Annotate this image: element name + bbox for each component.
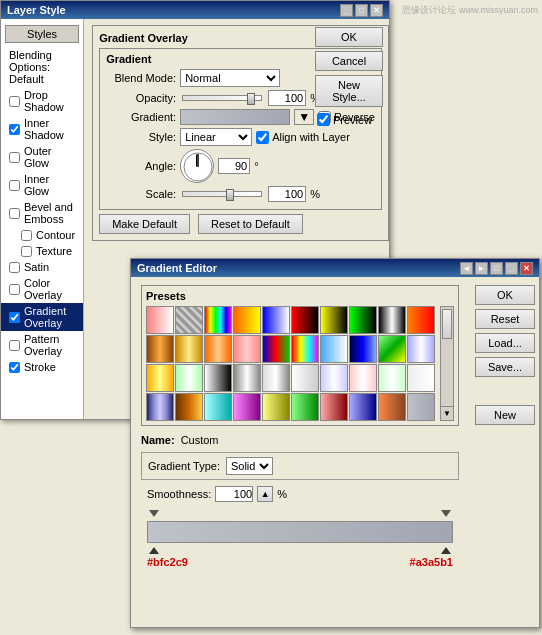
preset-item-34[interactable] (233, 393, 261, 421)
opacity-input[interactable] (268, 90, 306, 106)
preset-item-26[interactable] (291, 364, 319, 392)
scale-input[interactable] (268, 186, 306, 202)
presets-scroll-thumb[interactable] (442, 309, 452, 339)
preset-item-37[interactable] (320, 393, 348, 421)
sidebar-item-drop-shadow[interactable]: Drop Shadow (1, 87, 83, 115)
preset-item-35[interactable] (262, 393, 290, 421)
preset-item-38[interactable] (349, 393, 377, 421)
presets-scrollbar[interactable]: ▼ (440, 306, 454, 421)
ge-close-btn[interactable]: ✕ (520, 262, 533, 275)
preset-item-10[interactable] (407, 306, 435, 334)
ge-minimize-btn[interactable]: _ (505, 262, 518, 275)
preset-item-14[interactable] (233, 335, 261, 363)
color-overlay-checkbox[interactable] (9, 284, 20, 295)
preset-item-30[interactable] (407, 364, 435, 392)
opacity-stop-right[interactable] (441, 510, 451, 520)
preset-item-29[interactable] (378, 364, 406, 392)
preset-item-25[interactable] (262, 364, 290, 392)
sidebar-item-inner-glow[interactable]: Inner Glow (1, 171, 83, 199)
preset-item-7[interactable] (320, 306, 348, 334)
satin-checkbox[interactable] (9, 262, 20, 273)
sidebar-item-contour[interactable]: Contour (1, 227, 83, 243)
sidebar-item-gradient-overlay[interactable]: Gradient Overlay (1, 303, 83, 331)
ge-save-button[interactable]: Save... (475, 357, 535, 377)
new-style-button[interactable]: New Style... (315, 75, 383, 107)
preset-item-24[interactable] (233, 364, 261, 392)
preset-item-4[interactable] (233, 306, 261, 334)
sidebar-item-blending-options[interactable]: Blending Options: Default (1, 47, 83, 87)
drop-shadow-checkbox[interactable] (9, 96, 20, 107)
presets-scroll-arrow-down[interactable]: ▼ (441, 406, 453, 420)
preset-item-17[interactable] (320, 335, 348, 363)
inner-glow-checkbox[interactable] (9, 180, 20, 191)
contour-checkbox[interactable] (21, 230, 32, 241)
preset-item-27[interactable] (320, 364, 348, 392)
ge-move-left-btn[interactable]: ◄ (460, 262, 473, 275)
scale-slider[interactable] (182, 191, 262, 197)
opacity-stop-left[interactable] (149, 510, 159, 520)
ge-restore-btn[interactable]: □ (490, 262, 503, 275)
preview-checkbox[interactable] (317, 113, 330, 126)
preset-item-8[interactable] (349, 306, 377, 334)
preset-item-19[interactable] (378, 335, 406, 363)
minimize-button[interactable]: _ (340, 4, 353, 17)
preset-item-31[interactable] (146, 393, 174, 421)
scale-slider-thumb[interactable] (226, 189, 234, 201)
preset-item-1[interactable] (146, 306, 174, 334)
main-gradient-bar[interactable] (147, 521, 453, 543)
preset-item-2[interactable] (175, 306, 203, 334)
preset-item-23[interactable] (204, 364, 232, 392)
sidebar-item-pattern-overlay[interactable]: Pattern Overlay (1, 331, 83, 359)
preset-item-13[interactable] (204, 335, 232, 363)
preset-item-3[interactable] (204, 306, 232, 334)
preset-item-36[interactable] (291, 393, 319, 421)
preset-item-5[interactable] (262, 306, 290, 334)
preset-item-16[interactable] (291, 335, 319, 363)
preset-item-6[interactable] (291, 306, 319, 334)
ge-reset-button[interactable]: Reset (475, 309, 535, 329)
sidebar-item-satin[interactable]: Satin (1, 259, 83, 275)
color-stop-right[interactable] (441, 544, 451, 554)
sidebar-item-stroke[interactable]: Stroke (1, 359, 83, 375)
ge-move-right-btn[interactable]: ► (475, 262, 488, 275)
ge-smoothness-input[interactable] (215, 486, 253, 502)
sidebar-item-color-overlay[interactable]: Color Overlay (1, 275, 83, 303)
style-select[interactable]: Linear (180, 128, 252, 146)
angle-dial[interactable] (180, 149, 214, 183)
preset-item-28[interactable] (349, 364, 377, 392)
close-button[interactable]: ✕ (370, 4, 383, 17)
preset-item-20[interactable] (407, 335, 435, 363)
align-layer-checkbox[interactable] (256, 131, 269, 144)
preset-item-40[interactable] (407, 393, 435, 421)
make-default-button[interactable]: Make Default (99, 214, 190, 234)
opacity-slider-thumb[interactable] (247, 93, 255, 105)
preset-item-39[interactable] (378, 393, 406, 421)
bevel-emboss-checkbox[interactable] (9, 208, 20, 219)
ge-load-button[interactable]: Load... (475, 333, 535, 353)
angle-input[interactable] (218, 158, 250, 174)
sidebar-item-outer-glow[interactable]: Outer Glow (1, 143, 83, 171)
inner-shadow-checkbox[interactable] (9, 124, 20, 135)
preset-item-33[interactable] (204, 393, 232, 421)
preset-item-11[interactable] (146, 335, 174, 363)
ge-type-select[interactable]: Solid (226, 457, 273, 475)
preset-item-32[interactable] (175, 393, 203, 421)
outer-glow-checkbox[interactable] (9, 152, 20, 163)
preset-item-21[interactable] (146, 364, 174, 392)
ge-new-button[interactable]: New (475, 405, 535, 425)
reset-to-default-button[interactable]: Reset to Default (198, 214, 303, 234)
ge-ok-button[interactable]: OK (475, 285, 535, 305)
color-stop-left[interactable] (149, 544, 159, 554)
preset-item-9[interactable] (378, 306, 406, 334)
stroke-checkbox[interactable] (9, 362, 20, 373)
opacity-slider[interactable] (182, 95, 262, 101)
sidebar-item-inner-shadow[interactable]: Inner Shadow (1, 115, 83, 143)
sidebar-item-bevel-emboss[interactable]: Bevel and Emboss (1, 199, 83, 227)
ge-smoothness-up-btn[interactable]: ▲ (257, 486, 273, 502)
ok-button[interactable]: OK (315, 27, 383, 47)
sidebar-item-texture[interactable]: Texture (1, 243, 83, 259)
preset-item-15[interactable] (262, 335, 290, 363)
blend-mode-select[interactable]: Normal (180, 69, 280, 87)
preset-item-22[interactable] (175, 364, 203, 392)
preset-item-12[interactable] (175, 335, 203, 363)
